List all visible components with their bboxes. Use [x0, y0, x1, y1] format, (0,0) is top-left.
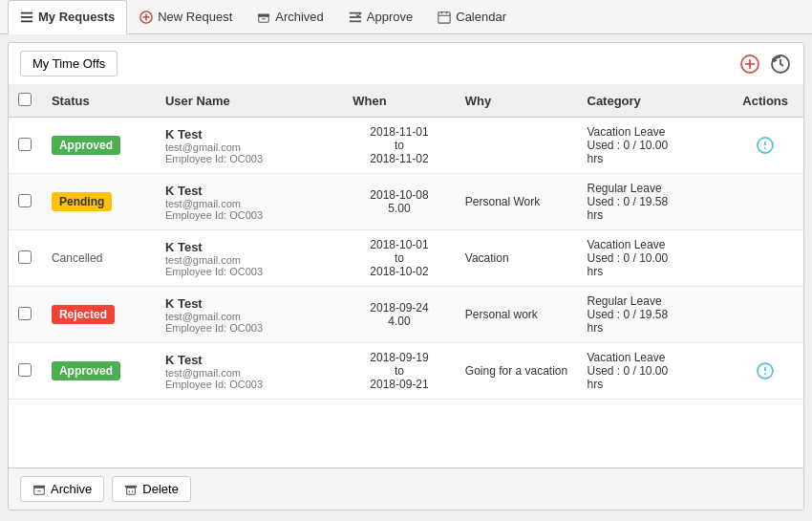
circle-plus-icon [739, 54, 760, 75]
row-status: Approved [42, 118, 156, 174]
row-category: Regular LeaveUsed : 0 / 19.58hrs [578, 174, 728, 230]
status-badge-approved: Approved [52, 361, 120, 380]
requests-table: Status User Name When Why Category Actio… [9, 85, 803, 400]
sub-header-icons [738, 53, 792, 76]
row-when: 2018-10-085.00 [343, 174, 456, 230]
approve-icon [349, 11, 362, 24]
table-row: Approved K Test test@gmail.com Employee … [9, 118, 803, 174]
row-username: K Test test@gmail.com Employee Id: OC003 [156, 118, 343, 174]
nav-tab-my-requests-label: My Requests [38, 10, 115, 24]
svg-rect-1 [21, 16, 32, 18]
user-name-main: K Test [165, 296, 333, 311]
status-badge-pending: Pending [52, 192, 112, 211]
row-status: Pending [42, 174, 156, 230]
user-name-main: K Test [165, 353, 333, 367]
row-username: K Test test@gmail.com Employee Id: OC003 [156, 230, 343, 287]
row-category: Regular LeaveUsed : 0 / 19.58hrs [578, 287, 728, 343]
header-checkbox [9, 85, 42, 118]
svg-rect-30 [127, 488, 136, 494]
user-email: test@gmail.com [165, 367, 333, 379]
row-username: K Test test@gmail.com Employee Id: OC003 [156, 287, 343, 343]
calendar-icon [438, 11, 451, 24]
row-checkbox-cell [9, 174, 42, 230]
when-text: 2018-09-244.00 [353, 301, 446, 328]
row-actions [727, 287, 803, 343]
nav-tab-calendar[interactable]: Calendar [425, 0, 519, 34]
svg-rect-9 [350, 11, 361, 13]
table-row: Rejected K Test test@gmail.com Employee … [9, 287, 803, 343]
action-icon-button[interactable] [737, 137, 794, 154]
table-header-row: Status User Name When Why Category Actio… [9, 85, 803, 118]
header-category: Category [578, 85, 728, 118]
nav-tab-approve[interactable]: Approve [336, 0, 425, 34]
select-all-checkbox[interactable] [18, 93, 32, 106]
action-icon-button[interactable] [737, 362, 794, 380]
row-actions [727, 118, 803, 174]
svg-point-22 [764, 147, 766, 149]
svg-rect-2 [21, 20, 32, 22]
svg-point-25 [764, 373, 766, 375]
header-when: When [343, 85, 456, 118]
row-when: 2018-09-19to2018-09-21 [343, 343, 456, 400]
row-actions [727, 230, 803, 287]
row-checkbox-cell [9, 118, 42, 174]
user-empid: Employee Id: OC003 [165, 153, 333, 164]
nav-tab-archived[interactable]: Archived [245, 0, 336, 34]
action-circle-icon [757, 362, 774, 380]
nav-tab-approve-label: Approve [367, 10, 413, 24]
nav-tab-archived-label: Archived [275, 10, 324, 24]
category-text: Vacation LeaveUsed : 0 / 10.00hrs [588, 351, 718, 391]
status-cancelled: Cancelled [52, 251, 102, 265]
table-body: Approved K Test test@gmail.com Employee … [9, 118, 803, 400]
svg-rect-0 [21, 11, 32, 13]
row-why: Personal Work [456, 174, 578, 230]
status-badge-approved: Approved [52, 136, 120, 155]
row-status: Approved [42, 343, 156, 400]
row-username: K Test test@gmail.com Employee Id: OC003 [156, 174, 343, 230]
add-new-icon-button[interactable] [738, 53, 761, 76]
row-checkbox-cell [9, 230, 42, 287]
row-username: K Test test@gmail.com Employee Id: OC003 [156, 343, 343, 400]
svg-rect-12 [438, 11, 450, 22]
history-icon [770, 54, 791, 75]
when-text: 2018-10-01to2018-10-02 [353, 238, 446, 278]
archive-button[interactable]: Archive [20, 476, 104, 502]
row-checkbox-cell [9, 343, 42, 400]
user-empid: Employee Id: OC003 [165, 322, 333, 334]
user-empid: Employee Id: OC003 [165, 209, 333, 221]
sub-header: My Time Offs [9, 43, 803, 85]
row-checkbox[interactable] [18, 307, 32, 320]
user-email: test@gmail.com [165, 311, 333, 322]
nav-tab-my-requests[interactable]: My Requests [8, 0, 127, 34]
row-why [456, 118, 578, 174]
nav-tab-new-request-label: New Request [158, 10, 232, 24]
main-content: My Time Offs [8, 42, 804, 510]
header-why: Why [456, 85, 578, 118]
archive-footer-icon [32, 483, 46, 496]
svg-rect-11 [350, 20, 361, 22]
row-when: 2018-09-244.00 [343, 287, 456, 343]
user-name-main: K Test [165, 127, 333, 141]
user-name-main: K Test [165, 240, 333, 254]
history-icon-button[interactable] [769, 53, 792, 76]
my-time-offs-button[interactable]: My Time Offs [20, 51, 118, 76]
delete-button[interactable]: Delete [112, 476, 191, 502]
requests-table-container: Status User Name When Why Category Actio… [9, 85, 803, 467]
row-status: Cancelled [42, 230, 156, 287]
user-email: test@gmail.com [165, 141, 333, 153]
table-row: Cancelled K Test test@gmail.com Employee… [9, 230, 803, 287]
row-when: 2018-10-01to2018-10-02 [343, 230, 456, 287]
action-circle-icon [757, 137, 774, 154]
row-checkbox[interactable] [18, 250, 32, 264]
category-text: Regular LeaveUsed : 0 / 19.58hrs [588, 182, 718, 222]
row-category: Vacation LeaveUsed : 0 / 10.00hrs [578, 343, 728, 400]
nav-tab-new-request[interactable]: New Request [127, 0, 245, 34]
row-why: Personal work [456, 287, 578, 343]
row-checkbox[interactable] [18, 138, 32, 151]
category-text: Vacation LeaveUsed : 0 / 10.00hrs [588, 125, 718, 165]
archive-icon [257, 11, 270, 24]
row-why: Vacation [456, 230, 578, 287]
row-checkbox[interactable] [18, 363, 32, 377]
row-why: Going for a vacation [456, 343, 578, 400]
row-checkbox[interactable] [18, 194, 32, 207]
